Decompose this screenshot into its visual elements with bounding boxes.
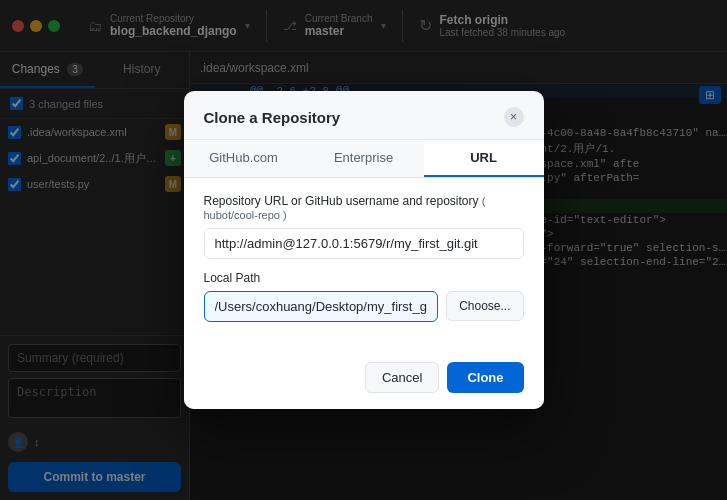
modal-header: Clone a Repository ×: [184, 91, 544, 140]
modal-overlay: Clone a Repository × GitHub.com Enterpri…: [0, 0, 727, 500]
clone-button[interactable]: Clone: [447, 362, 523, 393]
tab-github[interactable]: GitHub.com: [184, 140, 304, 177]
url-label: Repository URL or GitHub username and re…: [204, 194, 524, 222]
modal-title: Clone a Repository: [204, 109, 341, 126]
tab-url[interactable]: URL: [424, 140, 544, 177]
tab-enterprise[interactable]: Enterprise: [304, 140, 424, 177]
local-path-row: Choose...: [204, 291, 524, 322]
repo-url-input[interactable]: [204, 228, 524, 259]
local-path-label: Local Path: [204, 271, 524, 285]
choose-button[interactable]: Choose...: [446, 291, 523, 321]
cancel-button[interactable]: Cancel: [365, 362, 439, 393]
modal-footer: Cancel Clone: [184, 350, 544, 409]
clone-repository-modal: Clone a Repository × GitHub.com Enterpri…: [184, 91, 544, 409]
local-path-input[interactable]: [204, 291, 439, 322]
modal-tab-bar: GitHub.com Enterprise URL: [184, 140, 544, 178]
modal-body: Repository URL or GitHub username and re…: [184, 178, 544, 350]
modal-close-button[interactable]: ×: [504, 107, 524, 127]
